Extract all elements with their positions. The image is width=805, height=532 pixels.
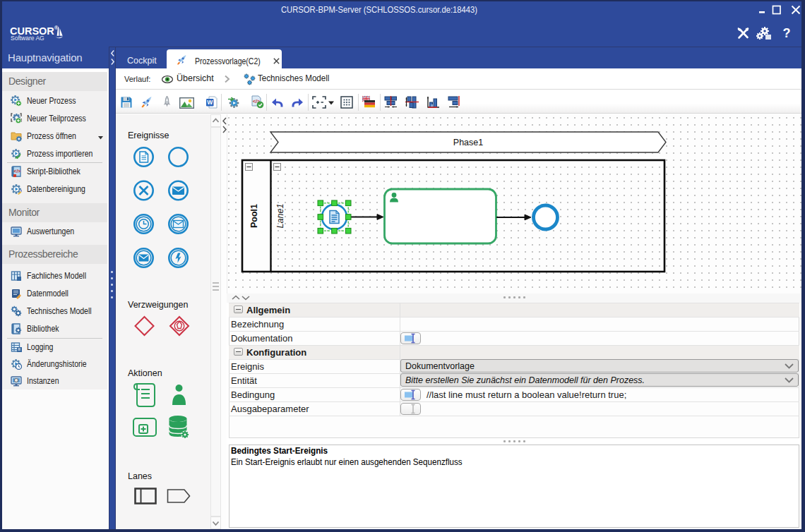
svg-text:Pool1: Pool1	[249, 204, 259, 228]
svg-text:W: W	[207, 99, 213, 106]
svg-text:?: ?	[783, 26, 791, 40]
svg-text:</>: </>	[14, 169, 21, 174]
svg-text:Phase1: Phase1	[453, 138, 483, 147]
svg-text:Lane1: Lane1	[275, 204, 285, 229]
